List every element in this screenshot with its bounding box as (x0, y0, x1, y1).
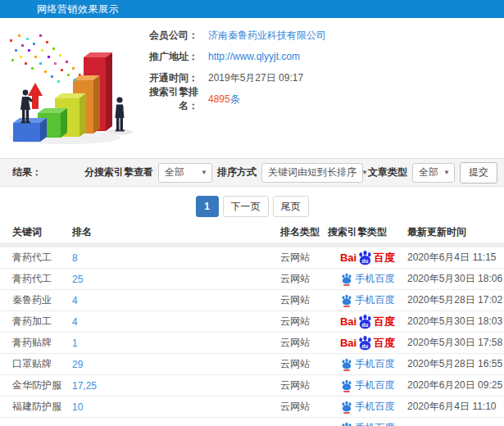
mobile-baidu-logo: 手机百度 (341, 421, 395, 426)
article-type-value: 全部 (419, 165, 438, 179)
promo-url-label: 推广地址： (141, 50, 198, 64)
mobile-baidu-logo: 手机百度 (341, 400, 395, 414)
table-row: 秦鲁药业 4 云网站 手机百度 2020年5月28日 17:02 (0, 290, 504, 311)
engine-filter-value: 全部 (165, 165, 184, 179)
mobile-baidu-label: 手机百度 (356, 357, 395, 371)
member-company-row: 会员公司： 济南秦鲁药业科技有限公司 (141, 25, 504, 46)
rank-link[interactable]: 10 (72, 401, 280, 413)
mobile-baidu-logo: 手机百度 (341, 272, 395, 286)
keyword-cell: 秦鲁药业 (12, 293, 72, 307)
engine-cell: Baidu百度 (328, 335, 407, 351)
results-table: 关键词 排名 排名类型 搜索引擎类型 最新更新时间 膏药代工 8 云网站 Bai… (0, 221, 504, 426)
rank-link[interactable]: 4 (72, 316, 280, 328)
company-info-section: 会员公司： 济南秦鲁药业科技有限公司 推广地址： http://www.qlyy… (0, 18, 504, 158)
rank-type-cell: 云网站 (280, 336, 328, 350)
rank-link[interactable]: 4 (72, 295, 280, 306)
mobile-baidu-paw-icon (341, 294, 352, 307)
engine-cell: Baidu百度 (328, 314, 407, 329)
open-time-label: 开通时间： (141, 71, 198, 85)
baidu-logo: Baidu百度 (340, 250, 395, 265)
engine-filter-select[interactable]: 全部 ▼ (158, 163, 212, 183)
mobile-baidu-paw-icon (341, 273, 352, 286)
rank-link[interactable]: 1 (72, 338, 280, 349)
keyword-cell: 膏药加工 (12, 315, 72, 329)
table-row-partial: 手机百度 (0, 418, 504, 426)
engine-filter-label: 分搜索引擎查看 (84, 165, 153, 179)
updated-time-cell: 2020年5月30日 18:06 (407, 272, 504, 286)
rank-link[interactable]: 8 (72, 252, 280, 264)
page-button-current[interactable]: 1 (196, 196, 219, 217)
sort-filter-value: 关键词由短到长排序 (268, 165, 356, 179)
filter-bar: 结果： 分搜索引擎查看 全部 ▼ 排序方式 关键词由短到长排序 ▼ 文章类型 全… (0, 158, 504, 187)
engine-cell: 手机百度 (328, 378, 407, 392)
header-keyword: 关键词 (12, 225, 72, 239)
engine-rank-value: 4895条 (208, 93, 240, 106)
updated-time-cell: 2020年5月28日 17:02 (407, 293, 504, 307)
engine-cell: Baidu百度 (328, 250, 407, 265)
bar-chart-illustration-svg (3, 25, 138, 147)
article-type-select[interactable]: 全部 ▼ (412, 163, 455, 183)
sort-filter-select[interactable]: 关键词由短到长排序 ▼ (261, 163, 363, 183)
mobile-baidu-paw-icon (341, 422, 352, 426)
engine-rank-label: 搜索引擎排名： (141, 85, 198, 113)
svg-text:du: du (362, 258, 369, 264)
keyword-cell: 金华防护服 (12, 378, 72, 392)
baidu-paw-icon: du (357, 335, 373, 351)
rank-count: 4895 (208, 93, 230, 105)
next-page-button[interactable]: 下一页 (223, 196, 269, 217)
keyword-cell: 膏药代工 (12, 272, 72, 286)
baidu-logo: Baidu百度 (340, 335, 395, 351)
promo-url-row: 推广地址： http://www.qlyyjt.com (141, 46, 504, 67)
businessman-right-figure (116, 97, 125, 131)
baidu-paw-icon: du (357, 250, 373, 265)
article-type-label: 文章类型 (368, 165, 407, 179)
keyword-cell: 福建防护服 (12, 400, 72, 414)
table-row: 金华防护服 17,25 云网站 手机百度 2020年6月20日 09:25 (0, 375, 504, 397)
last-page-button[interactable]: 尾页 (273, 196, 309, 217)
rank-type-cell: 云网站 (280, 293, 328, 307)
mobile-baidu-label: 手机百度 (356, 421, 395, 426)
member-company-link[interactable]: 济南秦鲁药业科技有限公司 (208, 29, 326, 43)
updated-time-cell: 2020年5月30日 17:58 (407, 336, 504, 350)
baidu-logo: Baidu百度 (340, 314, 395, 329)
header-rank-type: 排名类型 (280, 225, 328, 239)
mobile-baidu-paw-icon (341, 401, 352, 414)
keyword-cell: 膏药代工 (12, 251, 72, 265)
submit-button[interactable]: 提交 (460, 162, 497, 184)
header-engine-type: 搜索引擎类型 (328, 225, 407, 239)
table-body: 膏药代工 8 云网站 Baidu百度 2020年6月4日 11:15 膏药代工 … (0, 247, 504, 426)
chevron-down-icon: ▼ (356, 169, 368, 176)
bar-chart-illustration (0, 18, 141, 158)
table-row: 膏药加工 4 云网站 Baidu百度 2020年5月30日 18:03 (0, 311, 504, 333)
keyword-cell: 口罩贴牌 (12, 357, 72, 371)
engine-cell: 手机百度 (328, 357, 407, 371)
table-row: 膏药代工 25 云网站 手机百度 2020年5月30日 18:06 (0, 269, 504, 290)
chevron-down-icon: ▼ (438, 169, 450, 176)
updated-time-cell: 2020年6月4日 11:15 (407, 251, 504, 265)
sort-filter-label: 排序方式 (217, 165, 257, 179)
engine-rank-row: 搜索引擎排名： 4895条 (141, 88, 504, 110)
mobile-baidu-logo: 手机百度 (341, 293, 395, 307)
table-header-row: 关键词 排名 排名类型 搜索引擎类型 最新更新时间 (0, 221, 504, 242)
rank-link[interactable]: 25 (72, 274, 280, 285)
open-time-value: 2019年5月27日 09:17 (208, 71, 303, 85)
promo-url-link[interactable]: http://www.qlyyjt.com (208, 51, 300, 62)
rank-type-cell: 云网站 (280, 357, 328, 371)
engine-cell: 手机百度 (328, 400, 407, 414)
updated-time-cell: 2020年5月30日 18:03 (407, 315, 504, 329)
mobile-baidu-logo: 手机百度 (341, 357, 395, 371)
pagination: 1 下一页 尾页 (0, 187, 504, 221)
rank-type-cell: 云网站 (280, 315, 328, 329)
mobile-baidu-label: 手机百度 (356, 272, 395, 286)
rank-link[interactable]: 29 (72, 359, 280, 370)
rank-type-cell: 云网站 (280, 251, 328, 265)
filter-controls: 分搜索引擎查看 全部 ▼ 排序方式 关键词由短到长排序 ▼ 文章类型 全部 ▼ … (84, 162, 497, 184)
member-company-label: 会员公司： (141, 29, 198, 43)
rank-link[interactable]: 17,25 (72, 380, 280, 392)
mobile-baidu-paw-icon (341, 379, 352, 392)
mobile-baidu-logo: 手机百度 (341, 378, 395, 392)
table-row: 膏药代工 8 云网站 Baidu百度 2020年6月4日 11:15 (0, 247, 504, 269)
header-updated: 最新更新时间 (407, 225, 504, 239)
mobile-baidu-label: 手机百度 (356, 293, 395, 307)
mobile-baidu-paw-icon (341, 358, 352, 371)
